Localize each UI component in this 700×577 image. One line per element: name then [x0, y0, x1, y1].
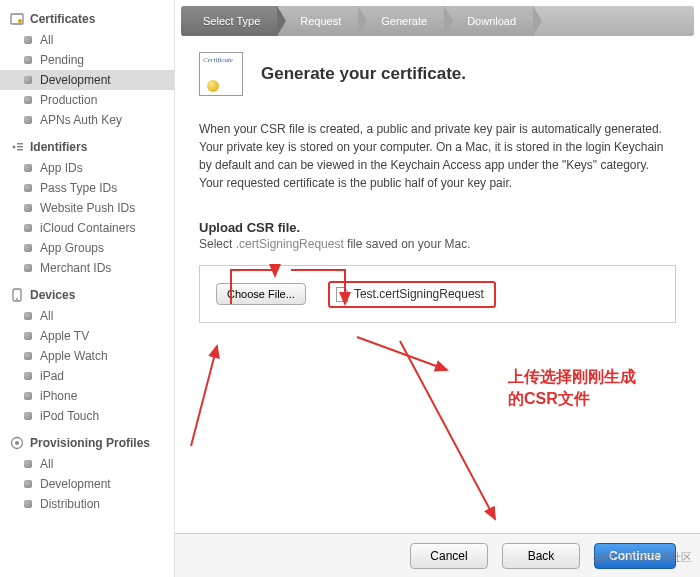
- bullet-icon: [24, 352, 32, 360]
- sidebar-item[interactable]: Website Push IDs: [0, 198, 174, 218]
- bullet-icon: [24, 264, 32, 272]
- bullet-icon: [24, 96, 32, 104]
- sidebar-item-label: Production: [40, 93, 97, 107]
- sidebar-header-label: Identifiers: [30, 140, 87, 154]
- choose-file-button[interactable]: Choose File...: [216, 283, 306, 305]
- svg-point-1: [18, 19, 22, 23]
- bullet-icon: [24, 480, 32, 488]
- svg-rect-3: [17, 143, 23, 145]
- sidebar-item[interactable]: Development: [0, 70, 174, 90]
- svg-point-7: [16, 298, 18, 300]
- svg-point-9: [15, 441, 19, 445]
- sidebar-item-label: Pending: [40, 53, 84, 67]
- sidebar-item-label: Development: [40, 477, 111, 491]
- step-download[interactable]: Download: [445, 6, 534, 36]
- cancel-button[interactable]: Cancel: [410, 543, 488, 569]
- upload-subtext: Select .certSigningRequest file saved on…: [199, 237, 676, 251]
- sidebar-item[interactable]: iPod Touch: [0, 406, 174, 426]
- description-text: When your CSR file is created, a public …: [199, 120, 676, 192]
- svg-point-2: [13, 146, 16, 149]
- sidebar-item-label: Merchant IDs: [40, 261, 111, 275]
- sidebar-header-label: Certificates: [30, 12, 95, 26]
- sidebar-item-label: All: [40, 309, 53, 323]
- devices-icon: [10, 288, 24, 302]
- bullet-icon: [24, 164, 32, 172]
- bullet-icon: [24, 224, 32, 232]
- sidebar-item-label: Development: [40, 73, 111, 87]
- bullet-icon: [24, 312, 32, 320]
- sidebar-item[interactable]: iPad: [0, 366, 174, 386]
- svg-rect-4: [17, 146, 23, 148]
- sidebar-item-label: APNs Auth Key: [40, 113, 122, 127]
- sidebar-header-devices[interactable]: Devices: [0, 284, 174, 306]
- sidebar-item[interactable]: Development: [0, 474, 174, 494]
- file-extension: .certSigningRequest: [236, 237, 344, 251]
- selected-file-chip: Test.certSigningRequest: [328, 281, 496, 308]
- bullet-icon: [24, 372, 32, 380]
- svg-rect-5: [17, 149, 23, 151]
- sidebar-item[interactable]: Distribution: [0, 494, 174, 514]
- sidebar-item[interactable]: All: [0, 306, 174, 326]
- continue-button[interactable]: Continue: [594, 543, 676, 569]
- sidebar-item[interactable]: Pending: [0, 50, 174, 70]
- file-icon: [336, 287, 348, 302]
- sidebar-item[interactable]: Apple Watch: [0, 346, 174, 366]
- sidebar-item[interactable]: iPhone: [0, 386, 174, 406]
- sidebar-item-label: App IDs: [40, 161, 83, 175]
- footer-bar: Cancel Back Continue: [175, 533, 700, 577]
- profiles-icon: [10, 436, 24, 450]
- step-generate[interactable]: Generate: [359, 6, 445, 36]
- bullet-icon: [24, 204, 32, 212]
- sidebar-item-label: Apple TV: [40, 329, 89, 343]
- sidebar-item-label: iPhone: [40, 389, 77, 403]
- certificates-icon: [10, 12, 24, 26]
- upload-heading: Upload CSR file.: [199, 220, 676, 235]
- sidebar-item[interactable]: App IDs: [0, 158, 174, 178]
- step-request[interactable]: Request: [278, 6, 359, 36]
- sidebar-item-label: Pass Type IDs: [40, 181, 117, 195]
- sidebar-item[interactable]: All: [0, 30, 174, 50]
- main-panel: Select TypeRequestGenerateDownload Certi…: [175, 0, 700, 577]
- sidebar-item[interactable]: Apple TV: [0, 326, 174, 346]
- sidebar-item-label: Distribution: [40, 497, 100, 511]
- sidebar-item[interactable]: All: [0, 454, 174, 474]
- sidebar-item[interactable]: Production: [0, 90, 174, 110]
- sidebar-header-profiles[interactable]: Provisioning Profiles: [0, 432, 174, 454]
- page-title: Generate your certificate.: [261, 64, 466, 84]
- upload-dropzone: Choose File... Test.certSigningRequest: [199, 265, 676, 323]
- step-select-type[interactable]: Select Type: [181, 6, 278, 36]
- sidebar-item[interactable]: APNs Auth Key: [0, 110, 174, 130]
- bullet-icon: [24, 184, 32, 192]
- sidebar-header-label: Devices: [30, 288, 75, 302]
- bullet-icon: [24, 56, 32, 64]
- selected-file-name: Test.certSigningRequest: [354, 287, 484, 301]
- sidebar-item[interactable]: App Groups: [0, 238, 174, 258]
- back-button[interactable]: Back: [502, 543, 580, 569]
- sidebar-item[interactable]: Merchant IDs: [0, 258, 174, 278]
- bullet-icon: [24, 116, 32, 124]
- certificate-icon: Certificate: [199, 52, 243, 96]
- cert-icon-label: Certificate: [203, 56, 239, 64]
- bullet-icon: [24, 76, 32, 84]
- sidebar-header-identifiers[interactable]: Identifiers: [0, 136, 174, 158]
- sidebar-item-label: All: [40, 457, 53, 471]
- sidebar: CertificatesAllPendingDevelopmentProduct…: [0, 0, 175, 577]
- sidebar-item-label: iPad: [40, 369, 64, 383]
- bullet-icon: [24, 500, 32, 508]
- identifiers-icon: [10, 140, 24, 154]
- annotation-callout: 上传选择刚刚生成 的CSR文件: [508, 366, 636, 411]
- bullet-icon: [24, 392, 32, 400]
- sidebar-item-label: iPod Touch: [40, 409, 99, 423]
- sidebar-item-label: iCloud Containers: [40, 221, 135, 235]
- sidebar-item-label: App Groups: [40, 241, 104, 255]
- bullet-icon: [24, 460, 32, 468]
- sidebar-header-certificates[interactable]: Certificates: [0, 8, 174, 30]
- sidebar-item-label: Apple Watch: [40, 349, 108, 363]
- sidebar-item-label: All: [40, 33, 53, 47]
- sidebar-item-label: Website Push IDs: [40, 201, 135, 215]
- bullet-icon: [24, 412, 32, 420]
- seal-icon: [207, 80, 219, 92]
- sidebar-item[interactable]: iCloud Containers: [0, 218, 174, 238]
- step-bar: Select TypeRequestGenerateDownload: [181, 6, 694, 36]
- sidebar-item[interactable]: Pass Type IDs: [0, 178, 174, 198]
